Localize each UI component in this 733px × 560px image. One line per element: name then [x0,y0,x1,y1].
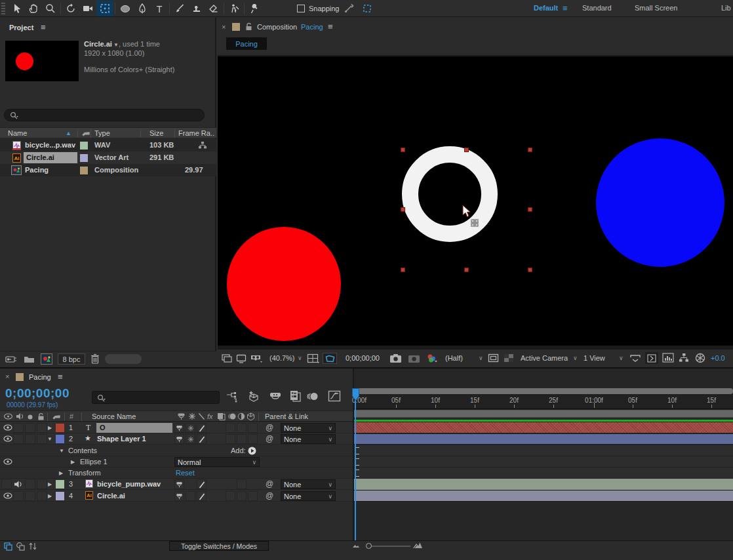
type-tool[interactable]: T [151,1,168,16]
layer-bar-1[interactable] [354,422,733,433]
layer-row-3[interactable]: ▶ 3 bicycle_pump.wav @ None∨ [0,479,353,490]
switch-cell[interactable] [237,434,247,444]
blend-mode-dropdown[interactable]: Normal∨ [174,457,260,467]
work-area-bar[interactable] [354,410,733,418]
layer-row-1[interactable]: ▶ 1 T O @ None∨ [0,422,353,433]
exposure-value[interactable]: +0.0 [711,354,725,362]
zoom-in-mountain-icon[interactable] [413,542,422,549]
new-composition-icon[interactable] [41,353,52,365]
footage-name[interactable]: Circle.ai [84,40,112,48]
frame-blending-icon[interactable] [289,390,302,402]
reset-link[interactable]: Reset [176,469,195,477]
layer-bar-3[interactable] [354,479,733,490]
switch-cell[interactable] [186,491,195,501]
project-row-circle-ai[interactable]: Ai Circle.ai Vector Art 291 KB [0,151,216,164]
interpret-footage-icon[interactable] [5,355,17,364]
graph-editor-icon[interactable] [328,390,341,402]
snapshot-camera-icon[interactable] [389,353,402,363]
shy-cell[interactable] [174,479,184,489]
expand-transfer-controls-icon[interactable] [16,542,25,551]
expander-expanded-icon[interactable]: ▼ [47,436,52,442]
selection-handle[interactable] [401,148,405,152]
solo-cell[interactable] [25,491,35,501]
switch-cell[interactable] [226,423,235,433]
playhead-line[interactable] [355,388,356,551]
pick-whip-icon[interactable]: @ [266,434,273,443]
layer-row-2[interactable]: ▼ 2 ★ Shape Layer 1 @ None∨ [0,433,353,445]
project-search-input[interactable] [4,109,205,121]
contents-group-row[interactable]: ▼ Contents Add: [0,445,353,456]
label-swatch[interactable] [80,167,88,174]
transparency-grid-icon[interactable] [504,353,514,363]
project-row-bicycle[interactable]: bicycle...p.wav WAV 103 KB [0,139,216,151]
item-name[interactable]: Pacing [25,166,49,174]
white-ring-layer-selected[interactable] [402,146,498,242]
timeline-tab[interactable]: Pacing [29,373,51,381]
workspace-tab-small-screen[interactable]: Small Screen [635,4,677,12]
expander-collapsed-icon[interactable]: ▶ [48,481,52,487]
lock-cell[interactable] [37,479,47,489]
comp-viewer[interactable] [218,55,733,349]
expander-collapsed-icon[interactable]: ▶ [48,425,52,431]
column-parent-link[interactable]: Parent & Link [265,412,308,420]
pan-behind-tool[interactable] [96,1,113,16]
eye-icon[interactable] [3,435,12,442]
fast-previews-icon[interactable] [695,353,705,363]
selection-tool[interactable] [8,1,25,16]
layer-name[interactable]: O [100,424,106,431]
label-swatch[interactable] [80,142,88,150]
label-swatch[interactable] [80,154,88,162]
unlock-icon[interactable] [245,22,252,31]
comp-panel-menu-icon[interactable]: ≡ [328,22,333,31]
main-comp-icon[interactable] [236,354,247,363]
workspace-menu-icon[interactable]: ≡ [563,3,568,13]
solo-cell[interactable] [25,434,35,444]
project-tab[interactable]: Project [9,24,33,31]
comp-canvas[interactable] [218,56,733,346]
layer-bar-2[interactable] [354,434,733,445]
brush-tool[interactable] [171,1,188,16]
switch-cell[interactable] [237,423,247,433]
transform-group-row[interactable]: ▶ Transform Reset [0,468,353,479]
item-name[interactable]: bicycle...p.wav [25,141,75,149]
shape-tool[interactable] [117,1,134,16]
expand-in-out-panes-icon[interactable] [28,542,37,551]
lock-cell[interactable] [37,434,47,444]
channel-rgb-icon[interactable] [426,353,438,363]
timeline-search-input[interactable] [92,391,220,404]
expand-layer-switches-icon[interactable] [3,542,12,551]
close-panel-icon[interactable]: × [222,23,226,31]
eye-icon[interactable] [3,424,12,431]
add-property-label[interactable]: Add: [231,447,246,454]
comp-timecode[interactable]: 0;00;00;00 [346,354,380,362]
selection-handle[interactable] [464,148,469,152]
switch-cell[interactable] [248,434,258,444]
comp-label-swatch[interactable] [232,23,240,31]
add-property-icon[interactable] [248,447,256,455]
active-camera-dropdown[interactable]: Active Camera [521,354,568,362]
rotation-tool[interactable] [62,1,79,16]
time-ruler[interactable]: 0:00f 05f 10f 15f 20f 25f 01:00f 05f 10f… [354,394,733,409]
pen-tool[interactable] [134,1,151,16]
draft-3d-icon[interactable] [247,390,260,403]
time-navigator-bar[interactable] [354,388,733,394]
selection-handle[interactable] [464,268,469,272]
layer-label-swatch[interactable] [56,424,64,432]
expander-expanded-icon[interactable]: ▼ [59,448,64,454]
expander-collapsed-icon[interactable]: ▶ [48,493,52,499]
layer-name[interactable]: bicycle_pump.wav [97,480,161,488]
comp-mini-flowchart-icon[interactable] [226,392,239,403]
project-row-pacing[interactable]: Pacing Composition 29.97 [0,164,216,176]
workspace-tab-libraries[interactable]: Lib [721,4,731,12]
parent-dropdown[interactable]: None∨ [281,491,336,501]
pick-whip-icon[interactable]: @ [266,423,273,432]
video-cell[interactable] [1,479,12,489]
hand-tool[interactable] [25,1,42,16]
property-label[interactable]: Ellipse 1 [80,458,108,466]
current-time-display[interactable]: 0;00;00;00 [5,386,69,401]
shy-cell[interactable] [174,423,184,433]
layer-label-swatch[interactable] [56,435,64,443]
audio-cell[interactable] [13,491,24,501]
motion-blur-icon[interactable] [307,391,319,401]
snap-features-icon[interactable] [362,3,372,14]
